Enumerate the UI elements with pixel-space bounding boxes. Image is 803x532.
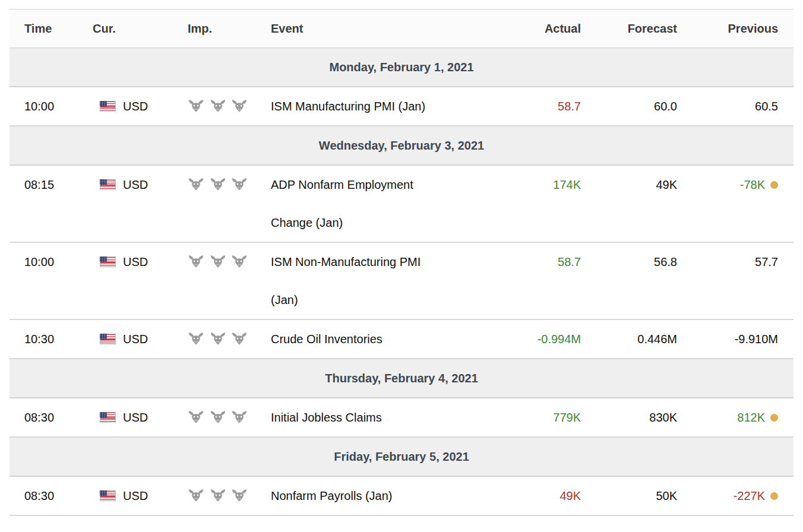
currency-code: USD [123,398,148,436]
event-name[interactable]: Initial Jobless Claims [271,398,518,436]
event-name-cell: ISM Non-Manufacturing PMI (Jan) [271,242,518,319]
event-name[interactable]: ISM Non-Manufacturing PMI [271,243,518,281]
us-flag-icon [100,179,116,190]
actual-cell: 49K [518,476,581,515]
event-name[interactable]: ADP Nonfarm Employment [271,166,518,204]
event-currency-cell: USD [93,165,188,242]
event-name-cell: ADP Nonfarm Employment Change (Jan) [271,165,518,242]
actual-value: 174K [553,178,581,191]
event-name[interactable]: ISM Manufacturing PMI (Jan) [271,87,518,125]
event-time: 10:00 [24,255,54,268]
day-separator-label: Monday, February 1, 2021 [10,48,793,87]
event-time: 10:00 [24,100,54,113]
event-name-line2[interactable]: (Jan) [271,281,518,319]
economic-calendar: Time Cur. Imp. Event Actual Forecast Pre… [10,9,793,516]
day-separator-label: Wednesday, February 3, 2021 [10,126,793,165]
previous-value: 57.7 [755,255,778,268]
importance-rating [188,166,249,204]
event-time: 08:30 [24,411,54,424]
currency-code: USD [123,243,148,281]
bull-icon [188,410,204,424]
day-separator-row: Wednesday, February 3, 2021 [10,126,793,165]
event-row: 08:30 USD Initial Jobless [10,398,793,437]
event-time-cell: 10:00 [10,87,93,126]
bull-icon [210,255,226,268]
forecast-cell: 56.8 [581,242,677,319]
previous-value: -78K [740,178,765,191]
event-importance-cell [188,87,271,126]
actual-value: -0.994M [538,332,581,346]
event-row: 08:30 USD Nonfarm Payroll [10,476,793,515]
calendar-header-row: Time Cur. Imp. Event Actual Forecast Pre… [10,10,793,48]
event-row: 08:15 USD ADP Nonfarm Emp [10,165,793,242]
forecast-value: 56.8 [654,255,677,268]
bull-icon [231,489,248,502]
bull-icon [231,410,248,424]
revision-dot-icon [770,414,778,422]
event-time-cell: 08:15 [10,165,93,242]
currency-code: USD [123,166,148,204]
bull-icon [210,332,226,346]
bull-icon [188,178,204,191]
event-name-cell: Crude Oil Inventories [271,319,518,359]
column-header-forecast: Forecast [581,10,677,48]
us-flag-icon [100,490,116,501]
event-name-line2[interactable]: Change (Jan) [271,204,518,242]
forecast-value: 50K [656,489,677,502]
previous-cell: 60.5 [677,87,793,126]
us-flag-icon [100,412,116,423]
day-separator-row: Friday, February 5, 2021 [10,437,793,476]
bull-icon [210,99,226,113]
column-header-currency: Cur. [93,10,188,48]
importance-rating [188,243,249,281]
event-row: 10:00 USD ISM Manufacturi [10,87,793,126]
bull-icon [210,178,226,191]
event-currency-cell: USD [93,398,188,437]
previous-cell: 812K [677,398,793,437]
actual-cell: 779K [518,398,581,437]
previous-cell: -227K [677,476,793,515]
forecast-value: 0.446M [637,332,677,346]
day-separator-row: Thursday, February 4, 2021 [10,359,793,398]
event-name[interactable]: Nonfarm Payrolls (Jan) [271,477,518,515]
previous-cell: -9.910M [677,319,793,359]
currency-code: USD [123,477,148,515]
bull-icon [210,410,226,424]
event-currency-cell: USD [93,476,188,515]
day-separator-row: Monday, February 1, 2021 [10,48,793,87]
importance-rating [188,320,249,358]
column-header-event: Event [271,10,518,48]
forecast-value: 830K [649,411,677,424]
revision-dot-icon [770,181,778,189]
column-header-importance: Imp. [188,10,271,48]
day-separator-label: Friday, February 5, 2021 [10,437,793,476]
column-header-time: Time [10,10,93,48]
bull-icon [188,255,204,268]
forecast-value: 49K [656,178,677,191]
actual-cell: 58.7 [518,242,581,319]
previous-cell: -78K [677,165,793,242]
importance-rating [188,477,249,515]
currency-code: USD [123,87,148,125]
forecast-cell: 50K [581,476,677,515]
actual-value: 58.7 [558,100,581,113]
event-name-cell: Nonfarm Payrolls (Jan) [271,476,518,515]
event-time: 08:30 [24,489,54,502]
bull-icon [231,178,248,191]
actual-value: 49K [559,489,581,502]
us-flag-icon [100,256,116,267]
forecast-cell: 830K [581,398,677,437]
us-flag-icon [100,101,116,112]
event-importance-cell [188,319,271,359]
previous-value: 812K [737,411,765,424]
forecast-cell: 0.446M [581,319,677,359]
column-header-previous: Previous [677,10,793,48]
actual-value: 58.7 [558,255,581,268]
event-name[interactable]: Crude Oil Inventories [271,320,518,358]
actual-value: 779K [553,411,581,424]
economic-calendar-table: Time Cur. Imp. Event Actual Forecast Pre… [10,9,793,516]
bull-icon [231,332,248,346]
bull-icon [188,489,204,502]
event-row: 10:00 USD ISM Non-Manufac [10,242,793,319]
previous-value: -227K [734,489,765,502]
